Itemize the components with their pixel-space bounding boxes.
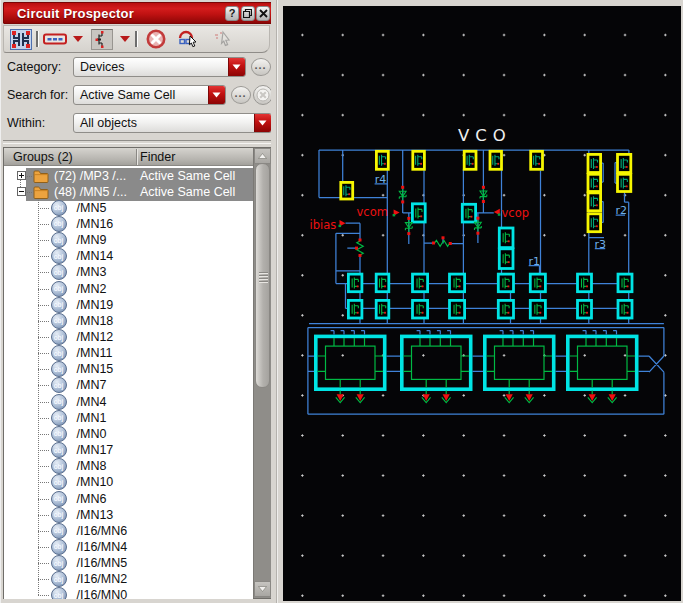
tree-branch-line <box>38 499 50 500</box>
title-bar[interactable]: Circuit Prospector ? <box>3 2 274 24</box>
tree-row-item[interactable]: obj/MN11 <box>4 345 253 362</box>
tree-row-item[interactable]: obj/MN1 <box>4 410 253 427</box>
transistor-tool-button[interactable] <box>91 29 113 50</box>
item-label: /MN18 <box>77 314 114 328</box>
tree-rows: (72) /MP3 /...Active Same Cell(48) /MN5 … <box>4 167 253 599</box>
results-tree: Groups (2) Finder (72) /MP3 /...Active S… <box>3 147 272 599</box>
tree-row-item[interactable]: obj/MN15 <box>4 361 253 378</box>
column-divider[interactable] <box>136 149 138 165</box>
device <box>530 274 545 292</box>
object-icon: obj <box>51 329 67 345</box>
category-select[interactable]: Devices <box>73 57 246 77</box>
tree-row-item[interactable]: obj/MN10 <box>4 474 253 491</box>
tree-row-item[interactable]: obj/MN14 <box>4 248 253 265</box>
device <box>578 274 592 292</box>
object-icon: obj <box>51 216 67 232</box>
pointer-disabled-icon <box>213 29 233 49</box>
search-more-button[interactable]: ... <box>231 86 251 104</box>
vertical-scrollbar[interactable] <box>253 148 271 598</box>
probe-tool-button[interactable] <box>178 29 199 49</box>
device-filter-dropdown-button[interactable] <box>72 35 84 43</box>
device-highlighted <box>618 154 631 172</box>
tree-branch-line <box>38 256 50 257</box>
item-label: /MN11 <box>77 346 113 360</box>
expand-toggle[interactable] <box>17 171 26 180</box>
circle-x-icon <box>256 88 270 102</box>
tree-header[interactable]: Groups (2) Finder <box>4 148 253 166</box>
device-highlighted <box>341 182 353 199</box>
tree-row-item[interactable]: obj/MN4 <box>4 394 253 411</box>
restore-icon <box>243 9 252 18</box>
group-finder: Active Same Cell <box>140 185 235 199</box>
tree-row-item[interactable]: obj/MN6 <box>4 491 253 508</box>
tree-row-item[interactable]: obj/MN0 <box>4 426 253 443</box>
device-filter-tool-button[interactable] <box>43 32 67 46</box>
device <box>348 274 362 292</box>
canvas-label: vcom <box>357 205 388 219</box>
canvas-label: VCO <box>458 126 512 145</box>
item-label: /MN15 <box>77 362 114 376</box>
item-label: /MN13 <box>77 508 114 522</box>
item-label: /MN8 <box>77 459 107 473</box>
pair-devices-tool-button[interactable] <box>10 29 32 50</box>
within-dropdown-arrow[interactable] <box>254 114 271 132</box>
scrollbar-thumb[interactable] <box>255 163 270 388</box>
schematic-canvas[interactable]: VCOr4r1r3r2vcomvcopibias <box>283 6 681 601</box>
tree-row-item[interactable]: obj/I16/MN0 <box>4 587 253 599</box>
search-clear-button[interactable] <box>253 85 273 105</box>
within-select[interactable]: All objects <box>73 113 272 133</box>
tree-row-item[interactable]: obj/MN16 <box>4 216 253 233</box>
close-button[interactable] <box>256 6 270 21</box>
column-groups[interactable]: Groups (2) <box>13 150 73 164</box>
item-label: /I16/MN5 <box>77 556 128 570</box>
category-value: Devices <box>80 60 228 74</box>
item-label: /MN1 <box>77 411 107 425</box>
tree-row-item[interactable]: obj/MN7 <box>4 377 253 394</box>
restore-button[interactable] <box>241 6 255 21</box>
tree-row-item[interactable]: obj/MN13 <box>4 507 253 524</box>
device <box>450 300 465 318</box>
tree-row-item[interactable]: obj/MN12 <box>4 329 253 346</box>
object-icon: obj <box>51 297 67 313</box>
object-icon: obj <box>51 345 67 361</box>
object-icon: obj <box>51 264 67 280</box>
column-finder[interactable]: Finder <box>140 150 175 164</box>
canvas-label: ibias <box>310 218 337 232</box>
tree-row-group[interactable]: (48) /MN5 /...Active Same Cell <box>4 184 253 201</box>
item-label: /MN5 <box>77 201 107 215</box>
category-dropdown-arrow[interactable] <box>228 58 245 76</box>
search-for-select[interactable]: Active Same Cell <box>73 85 226 105</box>
item-label: /MN2 <box>77 282 107 296</box>
object-icon: obj <box>51 313 67 329</box>
tree-row-item[interactable]: obj/I16/MN4 <box>4 539 253 556</box>
pair-devices-icon <box>10 29 32 50</box>
tree-row-item[interactable]: obj/I16/MN6 <box>4 523 253 540</box>
tree-row-item[interactable]: obj/MN2 <box>4 281 253 298</box>
tree-row-item[interactable]: obj/I16/MN2 <box>4 571 253 588</box>
tree-row-item[interactable]: obj/MN17 <box>4 442 253 459</box>
search-for-dropdown-arrow[interactable] <box>208 86 225 104</box>
scroll-down-button[interactable] <box>254 581 271 597</box>
tree-row-item[interactable]: obj/MN9 <box>4 232 253 249</box>
device <box>578 300 592 318</box>
device-highlighted <box>588 174 601 191</box>
group-finder: Active Same Cell <box>140 169 235 183</box>
tree-row-item[interactable]: obj/MN18 <box>4 313 253 330</box>
device-highlighted <box>490 151 502 169</box>
select-tool-button[interactable] <box>213 29 233 49</box>
device <box>450 274 465 292</box>
tree-row-item[interactable]: obj/MN3 <box>4 264 253 281</box>
transistor-dropdown-button[interactable] <box>119 35 131 43</box>
category-more-button[interactable]: ... <box>251 58 271 76</box>
tree-row-item[interactable]: obj/MN19 <box>4 297 253 314</box>
tree-row-group[interactable]: (72) /MP3 /...Active Same Cell <box>4 168 253 185</box>
tree-row-item[interactable]: obj/I16/MN5 <box>4 555 253 572</box>
scroll-up-button[interactable] <box>254 148 271 164</box>
collapse-toggle[interactable] <box>17 187 26 196</box>
help-button[interactable]: ? <box>225 6 239 21</box>
delay-cell <box>485 336 554 389</box>
item-label: /MN10 <box>77 475 114 489</box>
stop-search-button[interactable] <box>146 29 166 49</box>
panel-splitter[interactable] <box>271 0 283 603</box>
tree-row-item[interactable]: obj/MN8 <box>4 458 253 475</box>
